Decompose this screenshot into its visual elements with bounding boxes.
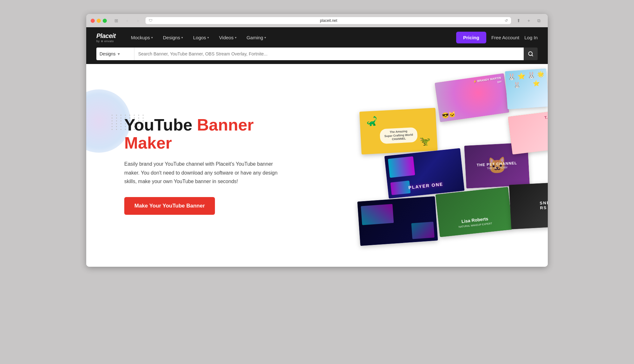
nav-mockups[interactable]: Mockups ▾ — [126, 27, 158, 48]
nav-designs[interactable]: Designs ▾ — [158, 27, 188, 48]
share-icon[interactable]: ⬆ — [514, 17, 523, 24]
close-button[interactable] — [91, 19, 95, 23]
nav-right: Pricing Free Account Log In — [456, 32, 538, 43]
security-icon: 🛡 — [149, 18, 152, 23]
banner-card-gaming: PLAYER ONE — [385, 148, 465, 199]
nav-buttons: ⊞ ‹ › — [112, 17, 142, 24]
svg-line-1 — [532, 55, 533, 56]
chevron-down-icon: ▾ — [264, 36, 266, 39]
browser-right-icons: ⬆ + ⧉ — [514, 17, 543, 24]
minimize-button[interactable] — [97, 19, 101, 23]
logo[interactable]: Placeit by ⊕ envato — [96, 32, 116, 43]
banner-card-blue: 🐰 ⭐ 🐰 🌟 🐰 ⭐ — [505, 68, 548, 109]
hero-title-part1: YouTube — [124, 116, 197, 134]
banner-collage: 🦕 🦖 The AmazingSuper Crafting WorldCHANN… — [345, 73, 548, 264]
banner-card-green: Lisa Roberts NATURAL MAKEUP EXPERT — [436, 187, 513, 237]
hero-content: YouTube Banner Maker Easily brand your Y… — [86, 91, 308, 240]
refresh-icon[interactable]: ↺ — [505, 18, 508, 23]
hero-section: YouTube Banner Maker Easily brand your Y… — [86, 64, 548, 267]
tabs-icon[interactable]: ⧉ — [534, 17, 543, 24]
banner-card-brandy: ⚡ BRANDY MARTIN DIY 😎🐱 — [435, 73, 509, 122]
search-icon — [528, 51, 534, 57]
chevron-down-icon: ▾ — [235, 36, 236, 39]
logo-sub: by ⊕ envato — [96, 40, 116, 43]
main-nav: Placeit by ⊕ envato Mockups ▾ Designs ▾ … — [86, 27, 548, 48]
sidebar-icon[interactable]: ⊞ — [112, 17, 121, 24]
player-one-label: PLAYER ONE — [408, 182, 443, 190]
nav-logos[interactable]: Logos ▾ — [188, 27, 214, 48]
search-input[interactable] — [138, 51, 520, 56]
browser-window: ⊞ ‹ › 🛡 ↺ ⬆ + ⧉ Placeit by ⊕ envato Mock… — [86, 14, 548, 267]
banner-card-dino: 🦕 🦖 The AmazingSuper Crafting WorldCHANN… — [359, 108, 438, 154]
search-button[interactable] — [524, 48, 538, 60]
chevron-down-icon: ▾ — [151, 36, 153, 39]
address-bar[interactable] — [154, 18, 503, 23]
banner-card-dark-gaming — [357, 196, 438, 246]
cta-button[interactable]: Make Your YouTube Banner — [124, 197, 215, 215]
site-content: Placeit by ⊕ envato Mockups ▾ Designs ▾ … — [86, 27, 548, 267]
nav-videos[interactable]: Videos ▾ — [214, 27, 242, 48]
traffic-lights — [91, 19, 107, 23]
search-bar: Designs ▾ — [86, 48, 548, 64]
chevron-down-icon: ▾ — [118, 51, 120, 56]
dino-icon-left: 🦕 — [366, 116, 378, 127]
nav-links: Mockups ▾ Designs ▾ Logos ▾ Videos ▾ Gam… — [126, 27, 456, 48]
dropdown-label: Designs — [100, 51, 116, 56]
back-button[interactable]: ‹ — [123, 17, 132, 24]
browser-toolbar: ⊞ ‹ › 🛡 ↺ ⬆ + ⧉ — [86, 14, 548, 27]
nav-gaming[interactable]: Gaming ▾ — [242, 27, 271, 48]
search-category-dropdown[interactable]: Designs ▾ — [96, 48, 134, 60]
login-link[interactable]: Log In — [524, 35, 538, 40]
free-account-link[interactable]: Free Account — [491, 35, 519, 40]
banner-card-pink: T... — [508, 112, 548, 155]
new-tab-icon[interactable]: + — [524, 17, 533, 24]
forward-button[interactable]: › — [133, 17, 142, 24]
chevron-down-icon: ▾ — [181, 36, 183, 39]
chevron-down-icon: ▾ — [207, 36, 209, 39]
hero-title: YouTube Banner Maker — [124, 116, 283, 152]
maximize-button[interactable] — [103, 19, 107, 23]
dino-icon-right: 🦖 — [419, 136, 431, 147]
pricing-button[interactable]: Pricing — [456, 32, 486, 43]
banner-label-crafting: The AmazingSuper Crafting WorldCHANNEL — [379, 127, 418, 144]
hero-description: Easily brand your YouTube channel with P… — [124, 160, 283, 186]
sneaker-label: SNEAKERS — [540, 200, 548, 210]
logo-text: Placeit — [96, 32, 116, 40]
search-input-wrap — [134, 48, 524, 60]
lisa-roberts-label: Lisa Roberts NATURAL MAKEUP EXPERT — [458, 215, 492, 229]
banner-card-fashion: SNEAKERS — [509, 182, 548, 229]
address-bar-container[interactable]: 🛡 ↺ — [146, 17, 511, 24]
